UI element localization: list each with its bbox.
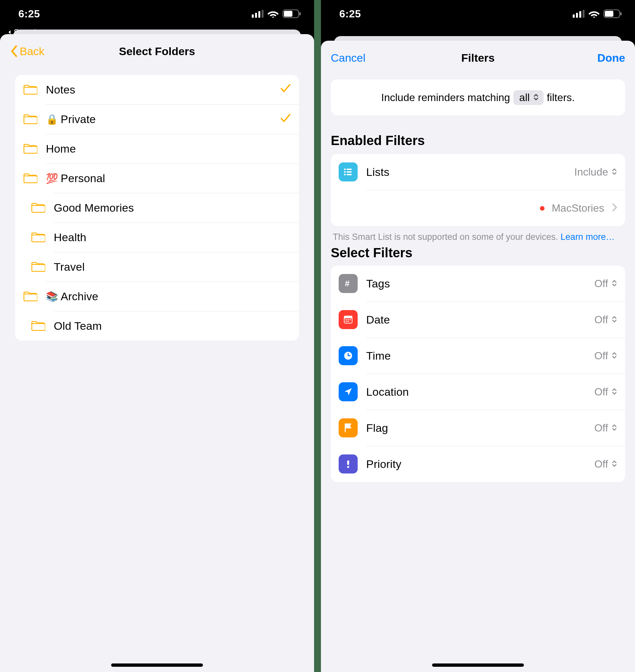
match-mode-value: all bbox=[519, 91, 530, 104]
svg-rect-30 bbox=[347, 460, 349, 465]
learn-more-link[interactable]: Learn more… bbox=[561, 232, 615, 242]
filter-date-label: Date bbox=[366, 313, 390, 326]
footnote: This Smart List is not supported on some… bbox=[333, 231, 623, 243]
folder-label: Personal bbox=[61, 172, 105, 185]
svg-rect-8 bbox=[576, 13, 578, 18]
filter-lists-row[interactable]: Lists Include bbox=[331, 154, 625, 190]
folder-label: Archive bbox=[61, 290, 98, 303]
back-button[interactable]: Back bbox=[10, 45, 45, 58]
filter-flag-value: Off bbox=[594, 422, 608, 434]
svg-rect-2 bbox=[258, 11, 260, 18]
folder-row[interactable]: Health bbox=[15, 223, 299, 252]
wifi-icon bbox=[267, 10, 279, 18]
filter-lists-label: Lists bbox=[366, 166, 390, 178]
svg-rect-19 bbox=[347, 174, 352, 175]
checkmark-icon bbox=[280, 112, 291, 126]
folder-row[interactable]: 💯Personal bbox=[15, 163, 299, 193]
chevron-right-icon bbox=[612, 202, 617, 214]
done-button[interactable]: Done bbox=[597, 51, 625, 64]
filter-lists-value: Include bbox=[574, 166, 608, 178]
cellular-icon bbox=[573, 10, 585, 18]
filter-time-value: Off bbox=[594, 350, 608, 362]
folder-row[interactable]: 📚Archive bbox=[15, 281, 299, 311]
filter-tags-row[interactable]: #TagsOff bbox=[331, 266, 625, 301]
folder-label: Home bbox=[46, 142, 76, 155]
folder-icon bbox=[22, 83, 38, 96]
cellular-icon bbox=[252, 10, 264, 18]
home-indicator[interactable] bbox=[111, 664, 203, 667]
filter-time-label: Time bbox=[366, 350, 391, 362]
filter-date-row[interactable]: DateOff bbox=[331, 301, 625, 338]
list-color-dot bbox=[540, 206, 545, 211]
home-indicator[interactable] bbox=[432, 664, 524, 667]
filter-lists-sublabel: MacStories bbox=[552, 202, 604, 214]
filter-date-value: Off bbox=[594, 314, 608, 326]
svg-rect-22 bbox=[344, 316, 352, 318]
folder-row[interactable]: 🔒Private bbox=[15, 104, 299, 134]
tags-icon: # bbox=[338, 274, 358, 293]
folder-icon bbox=[30, 260, 46, 273]
folder-list: Notes🔒PrivateHome💯PersonalGood MemoriesH… bbox=[15, 75, 299, 341]
svg-rect-25 bbox=[348, 319, 349, 320]
navbar-title: Select Folders bbox=[0, 45, 314, 58]
enabled-filters-card: Lists Include bbox=[331, 154, 625, 226]
svg-rect-26 bbox=[349, 319, 351, 320]
filter-tags-value: Off bbox=[594, 278, 608, 290]
folder-icon bbox=[22, 112, 38, 126]
match-mode-selector[interactable]: all bbox=[513, 90, 544, 105]
updown-icon bbox=[611, 314, 617, 326]
filter-tags-label: Tags bbox=[366, 277, 390, 290]
svg-point-16 bbox=[344, 171, 346, 173]
svg-rect-12 bbox=[605, 11, 613, 17]
filter-flag-label: Flag bbox=[366, 422, 388, 435]
done-label: Done bbox=[597, 51, 625, 64]
filter-flag-row[interactable]: FlagOff bbox=[331, 410, 625, 446]
cancel-label: Cancel bbox=[331, 51, 366, 64]
priority-icon bbox=[338, 455, 358, 474]
filter-time-row[interactable]: TimeOff bbox=[331, 338, 625, 374]
battery-icon bbox=[283, 9, 301, 18]
chevron-left-icon bbox=[10, 45, 18, 58]
sheet: Cancel Filters Done Include reminders ma… bbox=[321, 41, 635, 672]
updown-icon bbox=[611, 278, 617, 290]
svg-rect-1 bbox=[255, 13, 257, 18]
folder-row[interactable]: Old Team bbox=[15, 311, 299, 341]
folder-label: Old Team bbox=[54, 320, 102, 332]
filter-location-row[interactable]: LocationOff bbox=[331, 374, 625, 410]
folder-row[interactable]: Home bbox=[15, 134, 299, 163]
updown-icon bbox=[611, 350, 617, 362]
footnote-text: This Smart List is not supported on some… bbox=[333, 232, 561, 242]
updown-icon bbox=[611, 458, 617, 470]
filter-location-value: Off bbox=[594, 386, 608, 398]
folder-icon bbox=[30, 201, 46, 214]
filter-priority-row[interactable]: PriorityOff bbox=[331, 446, 625, 482]
svg-rect-5 bbox=[284, 11, 292, 17]
battery-icon bbox=[604, 9, 622, 18]
sheet: Back Select Folders Notes🔒PrivateHome💯Pe… bbox=[0, 34, 314, 672]
updown-icon bbox=[533, 91, 539, 104]
folder-emoji: 💯 bbox=[46, 173, 58, 184]
svg-rect-27 bbox=[346, 321, 347, 322]
match-mode-post: filters. bbox=[547, 91, 575, 104]
svg-point-31 bbox=[347, 466, 349, 468]
folder-row[interactable]: Travel bbox=[15, 252, 299, 281]
svg-point-14 bbox=[344, 169, 346, 170]
folder-label: Travel bbox=[54, 260, 85, 273]
folder-row[interactable]: Good Memories bbox=[15, 193, 299, 223]
navbar: Back Select Folders bbox=[0, 34, 314, 68]
svg-rect-9 bbox=[579, 11, 581, 18]
svg-rect-7 bbox=[573, 15, 575, 18]
date-icon bbox=[338, 310, 358, 329]
filter-lists-subrow[interactable]: MacStories bbox=[331, 190, 625, 226]
back-label: Back bbox=[20, 45, 45, 58]
svg-rect-0 bbox=[252, 15, 254, 18]
folder-row[interactable]: Notes bbox=[15, 75, 299, 104]
phone-notes: 6:25 Search Back Select Folders bbox=[0, 0, 314, 672]
status-time: 6:25 bbox=[18, 8, 40, 20]
cancel-button[interactable]: Cancel bbox=[331, 51, 366, 64]
svg-point-18 bbox=[344, 174, 346, 175]
folder-label: Private bbox=[61, 113, 96, 126]
svg-text:#: # bbox=[345, 278, 350, 289]
svg-rect-10 bbox=[583, 10, 585, 18]
time-icon bbox=[338, 346, 358, 365]
